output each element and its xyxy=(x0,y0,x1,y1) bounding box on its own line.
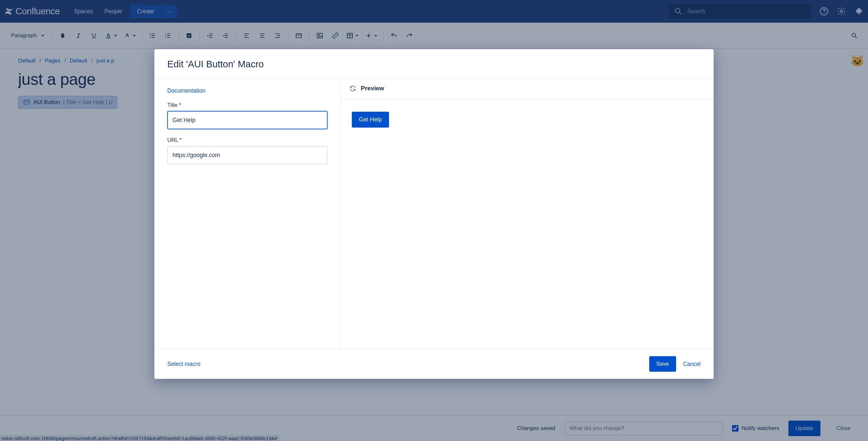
macro-preview-panel: Preview Get Help xyxy=(341,78,714,349)
cancel-button[interactable]: Cancel xyxy=(683,361,701,368)
preview-header: Preview xyxy=(341,78,714,99)
dialog-body: Documentation Title * URL * Preview Get … xyxy=(154,78,714,349)
macro-edit-dialog: Edit 'AUI Button' Macro Documentation Ti… xyxy=(154,49,714,379)
preview-label: Preview xyxy=(361,85,384,92)
field-title: Title * xyxy=(167,102,328,129)
field-title-input[interactable] xyxy=(167,111,328,129)
preview-body: Get Help xyxy=(341,99,714,141)
macro-form-panel: Documentation Title * URL * xyxy=(154,78,341,349)
field-url-label: URL * xyxy=(167,137,328,143)
dialog-footer: Select macro Save Cancel xyxy=(154,349,714,379)
refresh-icon[interactable] xyxy=(349,85,356,92)
field-url: URL * xyxy=(167,137,328,164)
dialog-title: Edit 'AUI Button' Macro xyxy=(154,49,714,78)
preview-aui-button[interactable]: Get Help xyxy=(352,112,389,127)
modal-overlay[interactable]: Edit 'AUI Button' Macro Documentation Ti… xyxy=(0,0,868,441)
select-macro-link[interactable]: Select macro xyxy=(167,361,200,368)
field-title-label: Title * xyxy=(167,102,328,109)
documentation-link[interactable]: Documentation xyxy=(167,87,206,94)
save-button[interactable]: Save xyxy=(649,356,676,372)
field-url-input[interactable] xyxy=(167,146,328,164)
